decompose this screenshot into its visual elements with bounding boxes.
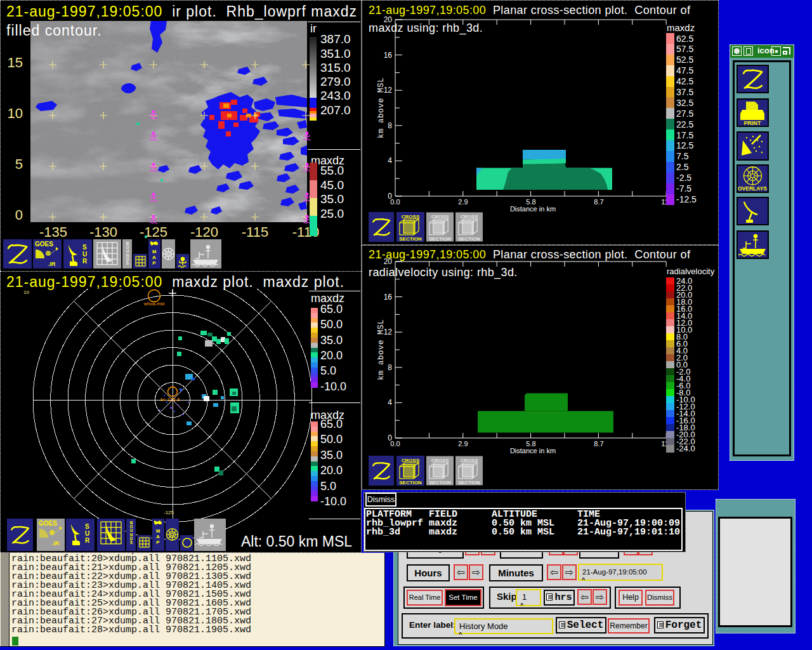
- svg-text:SECTION: SECTION: [399, 480, 422, 486]
- svg-text:SECTION: SECTION: [399, 236, 422, 242]
- svg-text:A: A: [156, 534, 160, 540]
- svg-text:R: R: [85, 537, 90, 544]
- svg-text:SECTION: SECTION: [458, 236, 480, 242]
- svg-text:SECTION: SECTION: [429, 480, 451, 486]
- svg-text:S: S: [85, 523, 89, 530]
- svg-text:OVERLAYS: OVERLAYS: [738, 185, 767, 192]
- svg-text:.IR: .IR: [52, 540, 60, 547]
- svg-text:M: M: [156, 528, 160, 534]
- svg-text:U: U: [85, 530, 89, 537]
- svg-text:PRINT: PRINT: [744, 120, 762, 126]
- svg-text:SECTION: SECTION: [458, 480, 480, 486]
- svg-text:P: P: [156, 540, 160, 545]
- svg-text:GOES: GOES: [39, 520, 57, 527]
- svg-text:S: S: [130, 540, 133, 545]
- svg-text:SECTION: SECTION: [429, 236, 451, 242]
